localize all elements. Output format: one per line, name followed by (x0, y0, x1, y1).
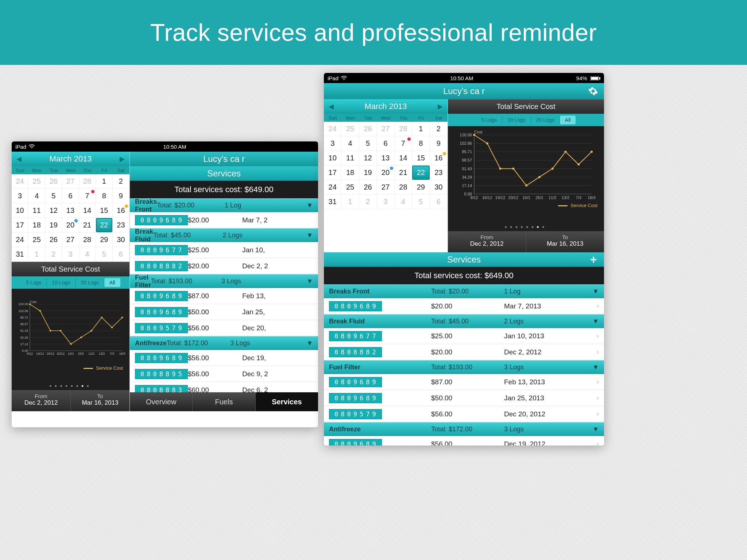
calendar-day[interactable]: 22 (412, 166, 430, 180)
calendar-day[interactable]: 31 (324, 195, 341, 209)
calendar-day[interactable]: 30 (113, 233, 129, 247)
calendar-day[interactable]: 8 (96, 189, 113, 203)
calendar-day[interactable]: 3 (324, 136, 341, 151)
calendar-day[interactable]: 8 (412, 136, 430, 151)
service-log-row[interactable]: 0809689 $87.00 Feb 13, (130, 288, 318, 304)
calendar-day[interactable]: 29 (96, 233, 113, 247)
calendar-day[interactable]: 15 (412, 151, 430, 166)
segment-option[interactable]: All (560, 116, 576, 124)
calendar-day[interactable]: 18 (28, 218, 45, 233)
prev-month-icon[interactable]: ◀ (324, 102, 338, 110)
calendar-day[interactable]: 29 (412, 180, 430, 195)
calendar-day[interactable]: 6 (377, 136, 394, 151)
service-log-row[interactable]: 0809689 $87.00 Feb 13, 2013› (324, 374, 604, 390)
next-month-icon[interactable]: ▶ (115, 155, 129, 163)
calendar-day[interactable]: 4 (28, 189, 45, 203)
calendar-day[interactable]: 13 (62, 203, 79, 218)
service-section-header[interactable]: AntifreezeTotal: $172.00 3 Logs▼ (324, 422, 604, 436)
service-log-row[interactable]: 0809677 $25.00 Jan 10, (130, 242, 318, 258)
calendar-day[interactable]: 1 (96, 174, 113, 189)
calendar-day[interactable]: 1 (412, 122, 430, 136)
calendar-day[interactable]: 19 (359, 166, 377, 180)
calendar-day[interactable]: 13 (377, 151, 394, 166)
next-month-icon[interactable]: ▶ (433, 102, 448, 110)
calendar-day[interactable]: 12 (45, 203, 62, 218)
calendar-day[interactable]: 25 (28, 233, 45, 247)
service-log-row[interactable]: 0809689 $20.00 Mar 7, 2 (130, 212, 318, 228)
calendar-day[interactable]: 21 (395, 166, 412, 180)
calendar-day[interactable]: 16 (430, 151, 448, 166)
calendar-day[interactable]: 3 (377, 195, 394, 209)
service-section-header[interactable]: Break FluidTotal: $45.00 2 Logs▼ (130, 228, 318, 242)
segment-option[interactable]: 10 Logs (502, 116, 531, 124)
calendar-day[interactable]: 26 (45, 174, 62, 189)
segment-option[interactable]: 20 Logs (531, 116, 560, 124)
tab-services[interactable]: Services (255, 392, 318, 411)
calendar-day[interactable]: 24 (12, 174, 28, 189)
service-log-row[interactable]: 0808883 $60.00 Dec 6, 2 (130, 382, 318, 392)
calendar-day[interactable]: 22 (96, 218, 113, 233)
service-log-row[interactable]: 0809579 $56.00 Dec 20, (130, 320, 318, 336)
calendar-day[interactable]: 18 (341, 166, 359, 180)
calendar-day[interactable]: 1 (341, 195, 359, 209)
calendar-day[interactable]: 17 (12, 218, 28, 233)
calendar-day[interactable]: 28 (79, 174, 96, 189)
segment-option[interactable]: 10 Logs (46, 278, 75, 287)
calendar-day[interactable]: 27 (377, 180, 394, 195)
calendar-day[interactable]: 25 (28, 174, 45, 189)
calendar-day[interactable]: 27 (377, 122, 394, 136)
calendar-day[interactable]: 23 (113, 218, 129, 233)
calendar-day[interactable]: 10 (12, 203, 28, 218)
service-log-row[interactable]: 0809689 $50.00 Jan 25, 2013› (324, 390, 604, 406)
calendar-day[interactable]: 5 (359, 136, 377, 151)
service-section-header[interactable]: Breaks FrontTotal: $20.00 1 Log▼ (324, 284, 604, 298)
calendar-day[interactable]: 14 (79, 203, 96, 218)
service-log-row[interactable]: 0808895 $56.00 Dec 9, 2 (130, 366, 318, 382)
calendar-day[interactable]: 24 (324, 122, 341, 136)
prev-month-icon[interactable]: ◀ (12, 155, 26, 163)
calendar-day[interactable]: 9 (430, 136, 448, 151)
calendar-day[interactable]: 7 (395, 136, 412, 151)
calendar-day[interactable]: 3 (12, 189, 28, 203)
calendar-day[interactable]: 11 (28, 203, 45, 218)
calendar-day[interactable]: 16 (113, 203, 129, 218)
calendar-day[interactable]: 3 (62, 247, 79, 262)
service-log-row[interactable]: 0809689 $56.00 Dec 19, (130, 350, 318, 366)
calendar-day[interactable]: 25 (341, 180, 359, 195)
calendar-day[interactable]: 4 (79, 247, 96, 262)
service-log-row[interactable]: 0808882 $20.00 Dec 2, 2 (130, 258, 318, 274)
gear-icon[interactable] (588, 86, 599, 97)
calendar-day[interactable]: 6 (430, 195, 448, 209)
calendar-day[interactable]: 24 (12, 233, 28, 247)
calendar-day[interactable]: 23 (430, 166, 448, 180)
calendar-day[interactable]: 7 (79, 189, 96, 203)
chart-pager[interactable]: ●●●●●●●● (448, 222, 604, 231)
calendar-day[interactable]: 31 (12, 247, 28, 262)
service-log-row[interactable]: 0809689 $20.00 Mar 7, 2013› (324, 298, 604, 314)
calendar-day[interactable]: 5 (45, 189, 62, 203)
calendar-day[interactable]: 2 (45, 247, 62, 262)
service-section-header[interactable]: Fuel FilterTotal: $193.00 3 Logs▼ (130, 274, 318, 288)
service-section-header[interactable]: AntifreezeTotal: $172.00 3 Logs▼ (130, 336, 318, 350)
calendar-day[interactable]: 17 (324, 166, 341, 180)
calendar-day[interactable]: 2 (359, 195, 377, 209)
calendar-day[interactable]: 9 (113, 189, 129, 203)
service-log-row[interactable]: 0809689 $50.00 Jan 25, (130, 304, 318, 320)
service-log-row[interactable]: 0808882 $20.00 Dec 2, 2012› (324, 344, 604, 360)
calendar-day[interactable]: 1 (28, 247, 45, 262)
calendar-day[interactable]: 15 (96, 203, 113, 218)
segment-option[interactable]: 5 Logs (21, 278, 46, 287)
calendar-day[interactable]: 14 (395, 151, 412, 166)
service-log-row[interactable]: 0809579 $56.00 Dec 20, 2012› (324, 406, 604, 422)
calendar-day[interactable]: 6 (113, 247, 129, 262)
calendar-day[interactable]: 30 (430, 180, 448, 195)
calendar-day[interactable]: 26 (359, 122, 377, 136)
calendar-day[interactable]: 26 (359, 180, 377, 195)
calendar-day[interactable]: 28 (395, 180, 412, 195)
service-section-header[interactable]: Break FluidTotal: $45.00 2 Logs▼ (324, 314, 604, 328)
services-list[interactable]: Breaks FrontTotal: $20.00 1 Log▼ 0809689… (324, 284, 604, 446)
calendar-day[interactable]: 20 (377, 166, 394, 180)
calendar-day[interactable]: 27 (62, 174, 79, 189)
add-icon[interactable]: ＋ (588, 252, 599, 267)
calendar-day[interactable]: 5 (96, 247, 113, 262)
